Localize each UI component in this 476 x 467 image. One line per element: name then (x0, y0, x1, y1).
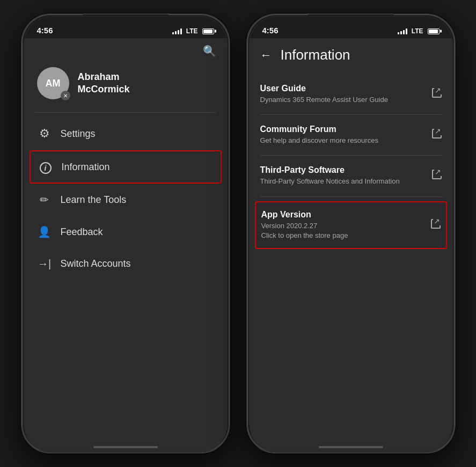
left-screen: 🔍 AM ✕ Abraham McCormick (24, 38, 227, 453)
right-home-indicator (319, 446, 383, 448)
sidebar-item-feedback[interactable]: 👤 Feedback (24, 216, 227, 248)
feedback-icon: 👤 (37, 225, 52, 238)
user-guide-text: User Guide Dynamics 365 Remote Assist Us… (260, 84, 426, 105)
settings-label: Settings (61, 128, 96, 140)
sidebar-item-switch-accounts[interactable]: →| Switch Accounts (24, 248, 227, 280)
user-guide-external-icon (432, 88, 442, 100)
app-version-subtitle-line1: Version 2020.2.27 (261, 221, 424, 231)
home-indicator (93, 446, 158, 448)
user-guide-title: User Guide (260, 84, 426, 93)
menu-top-bar: 🔍 (24, 38, 227, 62)
info-page-title: Information (281, 47, 350, 63)
community-forum-external-icon (432, 129, 442, 141)
app-version-text: App Version Version 2020.2.27 Click to o… (261, 210, 424, 240)
sidebar-item-information[interactable]: i Information (30, 150, 222, 184)
left-phone: 4:56 LTE 🔍 AM (21, 13, 230, 454)
info-header: ← Information (250, 38, 452, 74)
right-status-icons: LTE (398, 27, 440, 35)
info-circle-icon: i (38, 160, 53, 174)
community-forum-item[interactable]: Community Forum Get help and discover mo… (260, 115, 442, 156)
search-icon[interactable]: 🔍 (203, 45, 216, 57)
lte-label: LTE (186, 27, 198, 35)
battery-icon (202, 28, 214, 34)
app-version-item[interactable]: App Version Version 2020.2.27 Click to o… (255, 201, 447, 249)
sidebar-item-settings[interactable]: ⚙ Settings (24, 117, 227, 150)
switch-accounts-label: Switch Accounts (61, 258, 131, 269)
right-battery-icon (428, 28, 440, 34)
third-party-text: Third-Party Software Third-Party Softwar… (260, 165, 426, 186)
right-lte-label: LTE (412, 27, 423, 35)
right-phone: 4:56 LTE ← Information (246, 13, 456, 454)
right-signal-bars-icon (398, 28, 407, 34)
right-screen: ← Information User Guide Dynamics 365 Re… (250, 38, 452, 453)
notch (83, 14, 169, 31)
gear-icon: ⚙ (37, 127, 52, 141)
information-label: Information (62, 162, 110, 173)
avatar-close-icon[interactable]: ✕ (61, 91, 70, 100)
app-version-title: App Version (261, 210, 424, 220)
user-name: Abraham McCormick (78, 71, 130, 96)
info-items-list: User Guide Dynamics 365 Remote Assist Us… (250, 74, 452, 453)
app-version-subtitle-line2: Click to open the store page (261, 231, 424, 240)
learn-icon: ✏ (37, 193, 52, 206)
third-party-subtitle: Third-Party Software Notices and Informa… (260, 177, 426, 186)
user-guide-item[interactable]: User Guide Dynamics 365 Remote Assist Us… (260, 74, 442, 115)
app-version-external-icon (431, 219, 441, 231)
signal-bars-icon (172, 28, 182, 34)
learn-tools-label: Learn the Tools (61, 194, 127, 206)
sidebar-item-learn-tools[interactable]: ✏ Learn the Tools (24, 184, 227, 216)
community-forum-title: Community Forum (260, 125, 426, 134)
community-forum-text: Community Forum Get help and discover mo… (260, 125, 426, 145)
avatar-initials: AM (46, 78, 61, 89)
third-party-title: Third-Party Software (260, 165, 426, 175)
third-party-item[interactable]: Third-Party Software Third-Party Softwar… (260, 156, 442, 196)
community-forum-subtitle: Get help and discover more resources (260, 136, 426, 145)
menu-items: ⚙ Settings i Information ✏ Learn the Too… (24, 113, 227, 453)
user-profile: AM ✕ Abraham McCormick (24, 62, 227, 112)
menu-screen: 🔍 AM ✕ Abraham McCormick (24, 38, 227, 453)
switch-accounts-icon: →| (37, 258, 52, 270)
right-status-time: 4:56 (262, 26, 279, 35)
feedback-label: Feedback (61, 227, 103, 238)
left-status-time: 4:56 (37, 26, 53, 35)
info-screen: ← Information User Guide Dynamics 365 Re… (250, 38, 452, 453)
user-guide-subtitle: Dynamics 365 Remote Assist User Guide (260, 95, 426, 105)
notch-right (308, 14, 394, 31)
avatar-container: AM ✕ (37, 67, 69, 99)
left-status-icons: LTE (172, 27, 214, 35)
third-party-external-icon (432, 170, 442, 182)
back-button[interactable]: ← (260, 48, 272, 62)
